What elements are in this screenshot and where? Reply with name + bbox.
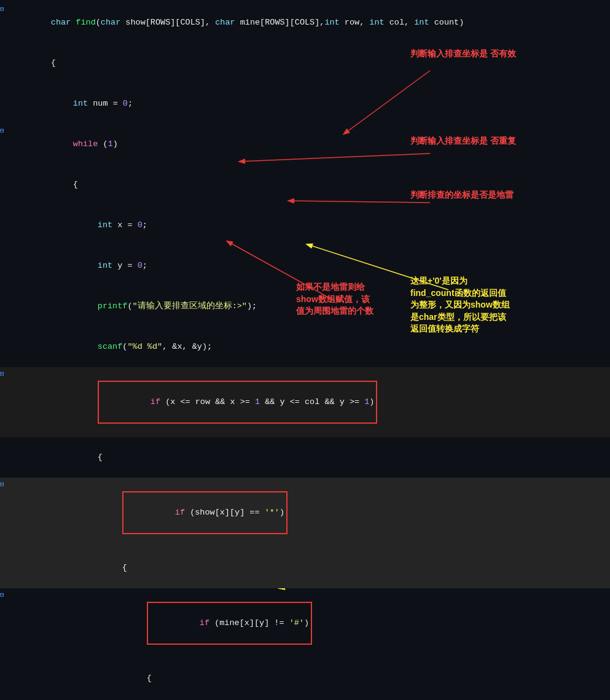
expand-2 [0, 43, 9, 56]
expand-1[interactable]: ⊟ [0, 2, 9, 16]
expand-12[interactable]: ⊟ [0, 478, 9, 491]
code-line-5: { [0, 165, 610, 205]
code-text-14: if (mine[x][y] != '#') [9, 588, 610, 658]
code-text-2: { [9, 43, 610, 84]
code-line-4: ⊟ while (1) [0, 124, 610, 165]
code-text-1: char find(char show[ROWS][COLS], char mi… [9, 2, 610, 43]
expand-14[interactable]: ⊟ [0, 588, 9, 602]
expand-7 [0, 246, 9, 259]
expand-9 [0, 327, 9, 340]
code-text-11: { [9, 437, 610, 478]
code-text-12: if (show[x][y] == '*') [9, 478, 610, 548]
code-text-3: int num = 0; [9, 84, 610, 124]
code-area: 判断输入排查坐标是 否有效 判断输入排查坐标是 否重复 判断排查的坐标是否是地雷… [0, 0, 610, 700]
code-line-9: scanf("%d %d", &x, &y); [0, 327, 610, 367]
code-text-8: printf("请输入要排查区域的坐标:>"); [9, 286, 610, 327]
expand-11 [0, 437, 9, 451]
code-line-11: { [0, 437, 610, 478]
expand-4[interactable]: ⊟ [0, 124, 9, 138]
code-line-3: int num = 0; [0, 84, 610, 124]
code-line-6: int x = 0; [0, 205, 610, 246]
code-line-15: { [0, 658, 610, 699]
code-text-9: scanf("%d %d", &x, &y); [9, 327, 610, 367]
expand-5 [0, 165, 9, 178]
code-text-13: { [9, 548, 610, 588]
code-text-6: int x = 0; [9, 205, 610, 246]
expand-15 [0, 658, 9, 672]
expand-13 [0, 548, 9, 561]
expand-3 [0, 84, 9, 97]
code-line-8: printf("请输入要排查区域的坐标:>"); [0, 286, 610, 327]
expand-6 [0, 205, 9, 219]
code-line-14: ⊟ if (mine[x][y] != '#') [0, 588, 610, 658]
code-text-10: if (x <= row && x >= 1 && y <= col && y … [9, 367, 610, 437]
expand-8 [0, 286, 9, 300]
code-line-1: ⊟ char find(char show[ROWS][COLS], char … [0, 2, 610, 43]
code-line-2: { [0, 43, 610, 84]
code-line-7: int y = 0; [0, 246, 610, 286]
code-text-15: { [9, 658, 610, 699]
code-line-12: ⊟ if (show[x][y] == '*') [0, 478, 610, 548]
code-text-5: { [9, 165, 610, 205]
code-line-13: { [0, 548, 610, 588]
code-line-10: ⊟ if (x <= row && x >= 1 && y <= col && … [0, 367, 610, 437]
code-text-4: while (1) [9, 124, 610, 165]
code-text-7: int y = 0; [9, 246, 610, 286]
expand-10[interactable]: ⊟ [0, 367, 9, 381]
